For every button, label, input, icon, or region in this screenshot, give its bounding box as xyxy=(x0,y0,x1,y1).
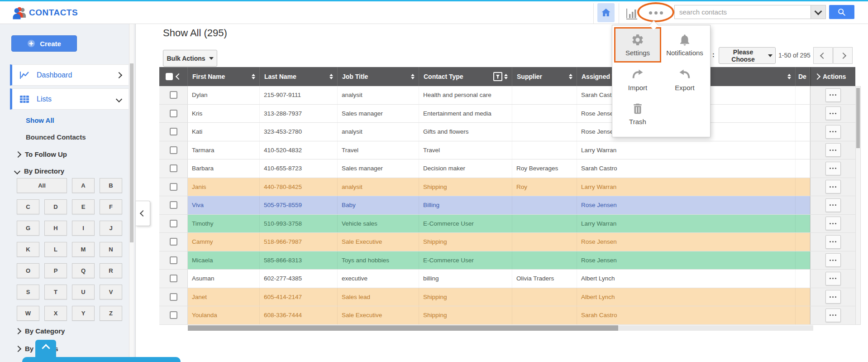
row-more-button[interactable] xyxy=(825,106,841,120)
column-header-last-name[interactable]: Last Name xyxy=(260,67,338,86)
letter-button-s[interactable]: S xyxy=(17,285,39,299)
section-to-follow-up[interactable]: To Follow Up xyxy=(16,150,67,158)
row-more-button[interactable] xyxy=(825,88,841,102)
menu-item-notifications[interactable]: Notifications xyxy=(661,27,708,63)
column-header-contact-type[interactable]: Contact Type xyxy=(419,67,512,86)
row-checkbox[interactable] xyxy=(170,275,177,282)
column-header-supplier[interactable]: Supplier xyxy=(512,67,577,86)
row-checkbox[interactable] xyxy=(170,256,177,264)
more-menu-button[interactable] xyxy=(646,9,666,16)
letter-button-n[interactable]: N xyxy=(100,242,122,257)
sort-icon[interactable] xyxy=(252,74,255,79)
row-checkbox[interactable] xyxy=(170,91,177,99)
vertical-scrollbar[interactable] xyxy=(855,86,861,325)
letter-button-o[interactable]: O xyxy=(17,263,39,278)
row-more-button[interactable] xyxy=(825,235,841,249)
expand-right-icon[interactable] xyxy=(814,73,820,80)
row-checkbox[interactable] xyxy=(170,128,177,135)
search-button[interactable] xyxy=(829,5,854,19)
section-by-category[interactable]: By Category xyxy=(16,327,65,335)
search-scope-dropdown[interactable] xyxy=(811,5,826,19)
menu-item-trash[interactable]: Trash xyxy=(614,97,661,130)
letter-button-h[interactable]: H xyxy=(44,221,67,236)
menu-item-import[interactable]: Import xyxy=(614,63,661,97)
row-checkbox[interactable] xyxy=(170,220,177,227)
table-row[interactable]: Youlanda 608-336-7444 Sale Executive Shi… xyxy=(159,306,855,325)
table-row[interactable]: Barbara 410-655-8723 Sales manager Decis… xyxy=(159,159,855,178)
menu-item-settings[interactable]: Settings xyxy=(614,27,661,63)
row-more-button[interactable] xyxy=(825,180,841,193)
sort-icon[interactable] xyxy=(787,74,791,79)
next-page-button[interactable] xyxy=(833,47,853,64)
sidebar-item-dashboard[interactable]: Dashboard xyxy=(10,64,129,86)
letter-button-d[interactable]: D xyxy=(44,199,67,214)
letter-button-w[interactable]: W xyxy=(17,306,39,321)
letter-button-k[interactable]: K xyxy=(17,242,39,257)
table-row[interactable]: Asuman 602-277-4385 executive billing Ol… xyxy=(159,270,855,288)
row-checkbox[interactable] xyxy=(170,293,177,301)
row-more-button[interactable] xyxy=(825,290,841,304)
stats-button[interactable] xyxy=(625,6,639,20)
row-more-button[interactable] xyxy=(825,162,841,175)
sort-icon[interactable] xyxy=(569,74,572,79)
row-more-button[interactable] xyxy=(825,309,841,322)
sidebar-link-show-all[interactable]: Show All xyxy=(26,116,54,124)
row-checkbox[interactable] xyxy=(170,110,177,117)
filter-icon[interactable] xyxy=(493,72,502,81)
scroll-to-top-button[interactable] xyxy=(35,340,56,362)
table-row[interactable]: Tarmara 410-520-4832 Travel Travel Larry… xyxy=(159,141,855,160)
column-header-job-title[interactable]: Job Title xyxy=(338,67,419,86)
table-row[interactable]: Janet 605-414-2147 Sales lead Shipping A… xyxy=(159,288,855,307)
table-row[interactable]: Viva 505-975-8559 Baby Billing Rose Jens… xyxy=(159,196,855,215)
table-row[interactable]: Micaela 585-866-8313 Toys and hobbies E-… xyxy=(159,251,855,270)
horizontal-scrollbar[interactable] xyxy=(188,325,813,331)
letter-button-b[interactable]: B xyxy=(100,178,122,193)
sidebar-item-lists[interactable]: Lists xyxy=(10,88,129,110)
sort-icon[interactable] xyxy=(504,74,508,79)
sidebar-scrollbar-thumb[interactable] xyxy=(130,63,134,242)
letter-button-v[interactable]: V xyxy=(100,285,122,299)
letter-button-x[interactable]: X xyxy=(44,306,67,321)
column-header-first-name[interactable]: First Name xyxy=(188,67,260,86)
row-checkbox[interactable] xyxy=(170,146,177,154)
row-more-button[interactable] xyxy=(825,272,841,285)
table-row[interactable]: Janis 440-780-8425 analysit Shipping Roy… xyxy=(159,178,855,197)
sidebar-collapse-handle[interactable] xyxy=(136,201,150,226)
vertical-scrollbar-thumb[interactable] xyxy=(856,88,860,148)
letter-button-i[interactable]: I xyxy=(72,221,95,236)
letter-button-q[interactable]: Q xyxy=(72,263,95,278)
row-checkbox[interactable] xyxy=(170,183,177,191)
sort-icon[interactable] xyxy=(329,74,333,79)
row-checkbox[interactable] xyxy=(170,201,177,209)
row-checkbox[interactable] xyxy=(170,311,177,319)
letter-button-y[interactable]: Y xyxy=(72,306,95,321)
letter-button-c[interactable]: C xyxy=(17,199,39,214)
bulk-actions-button[interactable]: Bulk Actions xyxy=(163,50,217,67)
letter-button-f[interactable]: F xyxy=(100,199,122,214)
section-by-directory[interactable]: By Directory xyxy=(15,167,64,175)
prev-page-button[interactable] xyxy=(813,47,833,64)
letter-button-g[interactable]: G xyxy=(17,221,39,236)
sidebar-link-bounced-contacts[interactable]: Bounced Contacts xyxy=(26,133,86,141)
table-row[interactable]: Kati 323-453-2780 analysit Gifts and flo… xyxy=(159,123,855,141)
search-input[interactable] xyxy=(674,5,811,19)
letter-button-e[interactable]: E xyxy=(72,199,95,214)
sidebar-scrollbar[interactable] xyxy=(129,24,134,362)
row-more-button[interactable] xyxy=(825,217,841,230)
letter-button-j[interactable]: J xyxy=(100,221,122,236)
table-row[interactable]: Cammy 518-966-7987 Sale Executive Shippi… xyxy=(159,233,855,251)
letter-button-u[interactable]: U xyxy=(72,285,95,299)
letter-button-t[interactable]: T xyxy=(44,285,67,299)
letter-button-z[interactable]: Z xyxy=(100,306,122,321)
row-more-button[interactable] xyxy=(825,253,841,267)
collapse-left-icon[interactable] xyxy=(176,73,182,80)
horizontal-scrollbar-thumb[interactable] xyxy=(188,325,618,331)
row-more-button[interactable] xyxy=(825,198,841,212)
column-header-de[interactable]: De xyxy=(796,67,810,86)
menu-item-export[interactable]: Export xyxy=(661,63,708,97)
select-all-checkbox[interactable] xyxy=(166,73,173,80)
letter-button-all[interactable]: All xyxy=(17,178,67,193)
table-row[interactable]: Kris 313-288-7937 Sales manager Entertai… xyxy=(159,105,855,123)
letter-button-m[interactable]: M xyxy=(72,242,95,257)
home-button[interactable] xyxy=(597,3,615,22)
